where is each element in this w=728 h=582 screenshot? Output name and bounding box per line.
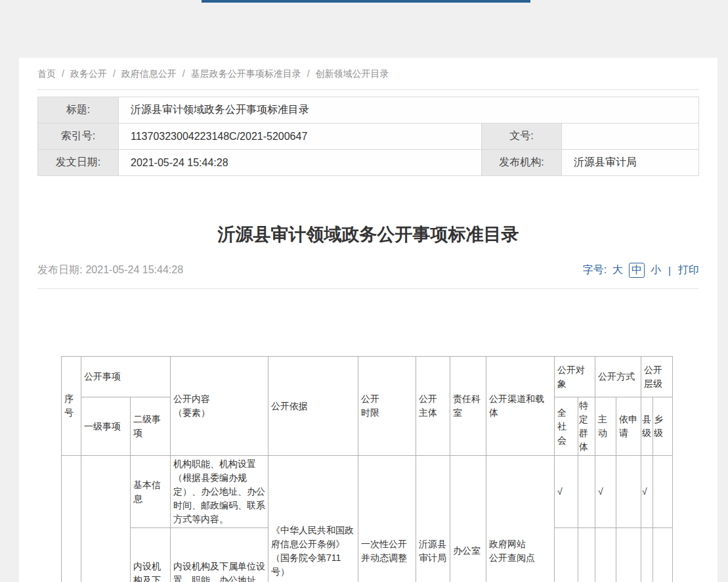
breadcrumb-link-home[interactable]: 首页 [37,68,56,79]
header-level-county: 县级 [641,397,653,456]
cell-content: 内设机构及下属单位设置、职能、办公地址、办公时间、联系方式、负责人姓名等 [171,528,268,582]
cell-office: 办公室 [450,456,486,582]
header-audience-specific: 特定群体 [578,397,595,456]
breadcrumb-link-chuangxinlingyu[interactable]: 创新领域公开目录 [316,68,389,79]
publish-date-label: 发布日期: [37,264,82,275]
article-divider [37,288,699,289]
top-nav-underline [202,0,530,3]
header-item-level1: 一级事项 [81,397,131,456]
cell-time-limit: 一次性公开并动态调整 [358,456,416,582]
article-meta-bar: 发布日期:2021-05-24 15:44:28 字号: 大 中 小 | 打印 [37,263,699,278]
doc-meta-table: 标题: 沂源县审计领域政务公开事项标准目录 索引号: 1137032300422… [37,97,699,176]
catalog-table: 序号 公开事项 公开内容 （要素） 公开依据 公开 时限 公开 主体 责任科室 … [61,356,673,582]
header-content: 公开内容 （要素） [171,357,268,456]
cell-content: 机构职能、机构设置（根据县委编办规定）、办公地址、办公时间、邮政编码、联系方式等… [171,456,268,528]
header-audience: 公开对象 [555,357,595,397]
meta-label-date: 发文日期: [38,150,119,176]
cell-item-level2: 基本信息 [131,456,171,528]
font-size-large-button[interactable]: 大 [612,263,623,277]
header-item: 公开事项 [81,357,171,397]
cell-seq [62,456,81,582]
font-size-toolbar: 字号: 大 中 小 | 打印 [583,263,699,278]
font-size-label: 字号: [583,263,607,277]
header-time-limit: 公开 时限 [358,357,416,456]
cell-item-level1 [81,456,131,582]
page-title: 沂源县审计领域政务公开事项标准目录 [37,223,699,246]
cell-check-all-society: √ [555,456,578,528]
breadcrumb-link-xinxigongkai[interactable]: 政府信息公开 [121,68,177,79]
breadcrumb-separator: / [182,68,185,79]
font-size-small-button[interactable]: 小 [651,263,661,277]
meta-label-index: 索引号: [38,123,119,150]
breadcrumb-separator: / [113,68,116,79]
cell-check-specific-group [578,456,595,528]
print-button[interactable]: 打印 [678,263,699,277]
cell-channel: 政府网站 公开查阅点 [486,456,555,582]
publish-date-value: 2021-05-24 15:44:28 [85,264,183,275]
meta-value-docno [562,123,699,150]
meta-value-title: 沂源县审计领域政务公开事项标准目录 [119,97,699,123]
breadcrumb-link-biaozhunmulu[interactable]: 基层政务公开事项标准目录 [191,68,301,79]
cell-subject: 沂源县审计局 [416,456,450,582]
toolbar-divider: | [668,265,671,276]
breadcrumb-divider [37,89,699,90]
breadcrumb: 首页/政务公开/政府信息公开/基层政务公开事项标准目录/创新领域公开目录 [37,58,699,80]
header-audience-all: 全社会 [555,397,578,456]
cell-check-on-request [616,456,641,528]
cell-check-on-request [616,528,641,582]
header-seq: 序号 [62,357,81,456]
header-method-request: 依申请 [616,397,641,456]
header-channel: 公开渠道和载体 [486,357,555,456]
header-level: 公开层级 [641,357,673,397]
publish-date: 发布日期:2021-05-24 15:44:28 [37,263,183,277]
meta-value-date: 2021-05-24 15:44:28 [119,150,482,176]
breadcrumb-separator: / [62,68,64,79]
meta-label-docno: 文号: [482,123,562,150]
meta-value-index: 11370323004223148C/2021-5200647 [119,123,482,150]
cell-check-all-society: √ [555,528,578,582]
header-method-active: 主动 [595,397,616,456]
cell-check-specific-group [578,528,595,582]
cell-check-town [653,456,673,528]
meta-label-agency: 发布机构: [482,150,562,176]
cell-check-county: √ [641,528,653,582]
header-item-level2: 二级事项 [131,397,171,456]
breadcrumb-separator: / [307,68,310,79]
content-card: 首页/政务公开/政府信息公开/基层政务公开事项标准目录/创新领域公开目录 标题:… [19,58,717,582]
cell-item-level2: 内设机构及下属事业单位 [131,528,171,582]
header-office: 责任科室 [450,357,486,456]
cell-basis: 《中华人民共和国政府信息公开条例》（国务院令第711号） [268,456,358,582]
header-subject: 公开 主体 [416,357,450,456]
cell-check-county: √ [641,456,653,528]
header-basis: 公开依据 [268,357,358,456]
header-level-town: 乡级 [653,397,673,456]
font-size-medium-button[interactable]: 中 [629,263,645,278]
header-method: 公开方式 [595,357,641,397]
meta-value-agency: 沂源县审计局 [562,150,699,176]
cell-check-active: √ [595,456,616,528]
cell-check-active: √ [595,528,616,582]
meta-label-title: 标题: [38,97,119,123]
cell-check-town [653,528,673,582]
breadcrumb-link-zhengwugongkai[interactable]: 政务公开 [70,68,107,79]
